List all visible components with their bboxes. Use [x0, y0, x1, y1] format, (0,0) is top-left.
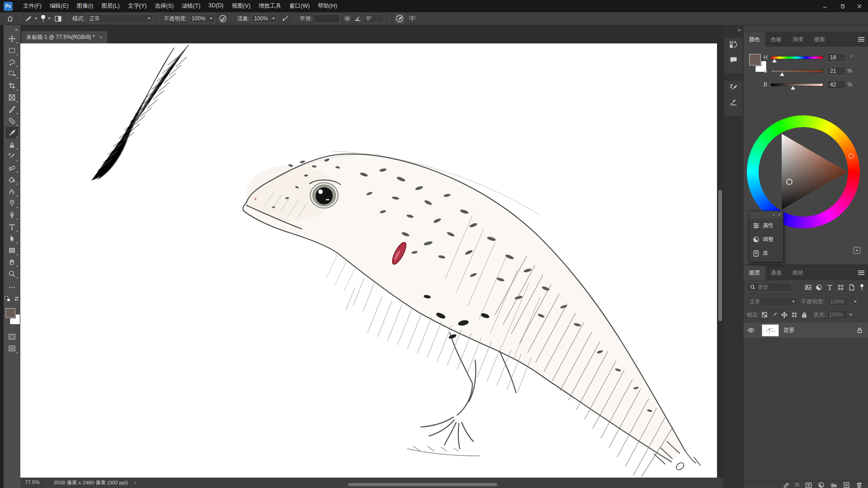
home-button[interactable] [6, 15, 14, 23]
history-panel-icon[interactable] [729, 41, 738, 49]
horizontal-scrollbar-thumb[interactable] [348, 483, 497, 486]
symmetry-butterfly-button[interactable] [408, 14, 416, 23]
brightness-slider[interactable] [771, 83, 823, 86]
new-layer-icon[interactable] [843, 482, 850, 488]
screen-mode-button[interactable] [5, 342, 19, 354]
toggle-brush-settings-button[interactable] [54, 15, 62, 23]
filter-pin-icon[interactable] [859, 284, 865, 291]
menu-select[interactable]: 选择(S) [151, 0, 178, 12]
tab-close-icon[interactable]: × [99, 34, 103, 41]
zoom-tool[interactable] [5, 268, 19, 280]
flyout-collapse-icon[interactable]: » [773, 213, 775, 217]
filter-smart-object-icon[interactable] [848, 284, 855, 291]
layer-filter-search[interactable]: 类型 [747, 283, 792, 292]
rectangle-tool[interactable] [5, 244, 19, 256]
flyout-item-adjustments[interactable]: 调整 [749, 232, 783, 246]
menu-edit[interactable]: 编辑(E) [46, 0, 73, 12]
type-tool[interactable] [5, 221, 19, 232]
hue-input[interactable]: 18 [827, 53, 846, 62]
panel-menu-icon[interactable] [858, 270, 864, 276]
lasso-tool[interactable] [5, 56, 19, 68]
default-colors-icon[interactable] [5, 296, 11, 302]
filter-adjustment-icon[interactable] [816, 284, 822, 291]
dodge-tool[interactable] [5, 197, 19, 209]
layer-fill-input[interactable]: 100% [827, 310, 848, 319]
brush-preset-picker[interactable]: 7 [41, 15, 51, 23]
document-tab[interactable]: 未标题-1 @ 77.5%(RGB/8) * × [22, 31, 107, 43]
tool-preset-picker[interactable] [24, 15, 38, 23]
spot-healing-brush-tool[interactable] [5, 115, 19, 127]
zoom-level[interactable]: 77.5% [25, 479, 40, 485]
edit-toolbar-button[interactable] [5, 281, 19, 293]
layer-visibility-toggle[interactable] [744, 322, 758, 338]
eyedropper-tool[interactable] [5, 103, 19, 115]
path-selection-tool[interactable] [5, 232, 19, 244]
saturation-slider[interactable] [771, 70, 823, 73]
link-layers-icon[interactable] [783, 482, 789, 488]
move-tool[interactable] [5, 33, 19, 44]
smudge-tool[interactable] [5, 185, 19, 197]
expand-dock-button[interactable]: + [854, 247, 860, 254]
foreground-color-swatch[interactable] [5, 308, 15, 318]
lock-pixels-icon[interactable] [771, 312, 778, 318]
layer-thumbnail[interactable] [762, 324, 779, 336]
panel-menu-icon[interactable] [858, 36, 864, 43]
menu-help[interactable]: 帮助(H) [314, 0, 341, 12]
minimize-button[interactable] [816, 0, 834, 12]
brush-settings-panel-icon[interactable] [729, 83, 738, 92]
flow-select[interactable]: 100% [251, 14, 278, 23]
menu-filter[interactable]: 滤镜(T) [178, 0, 204, 12]
canvas[interactable] [20, 43, 717, 478]
restore-button[interactable] [834, 0, 851, 12]
pen-tool[interactable] [5, 209, 19, 221]
menu-view[interactable]: 视图(V) [227, 0, 255, 12]
flyout-item-properties[interactable]: 属性 [749, 218, 783, 232]
quick-mask-button[interactable] [5, 331, 19, 342]
brush-angle-input[interactable]: 0° [363, 14, 384, 23]
menu-3d[interactable]: 3D(D) [204, 0, 227, 12]
status-chevron-icon[interactable]: › [134, 479, 136, 485]
marquee-tool[interactable] [5, 44, 19, 56]
tab-color[interactable]: 颜色 [744, 32, 765, 47]
hue-slider[interactable] [771, 56, 823, 59]
paint-bucket-tool[interactable] [5, 174, 19, 185]
new-group-icon[interactable] [830, 482, 837, 488]
filter-type-icon[interactable] [826, 284, 833, 291]
tab-gradients[interactable]: 渐变 [787, 32, 809, 47]
pressure-opacity-button[interactable] [219, 14, 227, 23]
hue-ring-selector[interactable] [849, 153, 854, 159]
vertical-scrollbar[interactable] [717, 43, 723, 478]
clone-stamp-tool[interactable] [5, 138, 19, 150]
tab-layers[interactable]: 图层 [744, 265, 765, 280]
lock-position-icon[interactable] [781, 312, 788, 318]
menu-window[interactable]: 窗口(W) [285, 0, 314, 12]
dock-collapse-button[interactable]: « [738, 27, 741, 33]
layer-blend-mode-select[interactable]: 正常 [747, 297, 797, 306]
saturation-slider-thumb[interactable] [780, 72, 784, 76]
flyout-item-libraries[interactable]: 库 [749, 246, 783, 261]
delete-layer-icon[interactable] [856, 482, 863, 488]
layer-row-background[interactable]: 背景 [744, 322, 868, 338]
saturation-input[interactable]: 21 [827, 66, 846, 76]
adjustment-layer-icon[interactable] [818, 482, 825, 488]
hand-tool[interactable] [5, 256, 19, 268]
tab-channels[interactable]: 通道 [765, 265, 787, 280]
object-selection-tool[interactable] [5, 68, 19, 80]
tab-paths[interactable]: 路径 [787, 265, 809, 280]
smoothing-options-gear-icon[interactable] [344, 15, 351, 22]
add-mask-icon[interactable] [805, 482, 812, 488]
crop-tool[interactable] [5, 80, 19, 91]
brush-tool[interactable] [5, 127, 19, 138]
opacity-select[interactable]: 100% [189, 14, 215, 23]
menu-file[interactable]: 文件(F) [19, 0, 46, 12]
history-brush-tool[interactable] [5, 150, 19, 162]
comment-panel-icon[interactable] [729, 56, 738, 64]
flyout-close-icon[interactable]: × [778, 213, 781, 217]
frame-tool[interactable] [5, 91, 19, 103]
close-button[interactable] [851, 0, 868, 12]
eraser-tool[interactable] [5, 162, 19, 174]
lock-artboard-icon[interactable] [791, 312, 797, 318]
foreground-color-swatch[interactable] [749, 54, 761, 66]
brightness-input[interactable]: 42 [827, 80, 846, 89]
tab-swatches[interactable]: 色板 [765, 32, 787, 47]
